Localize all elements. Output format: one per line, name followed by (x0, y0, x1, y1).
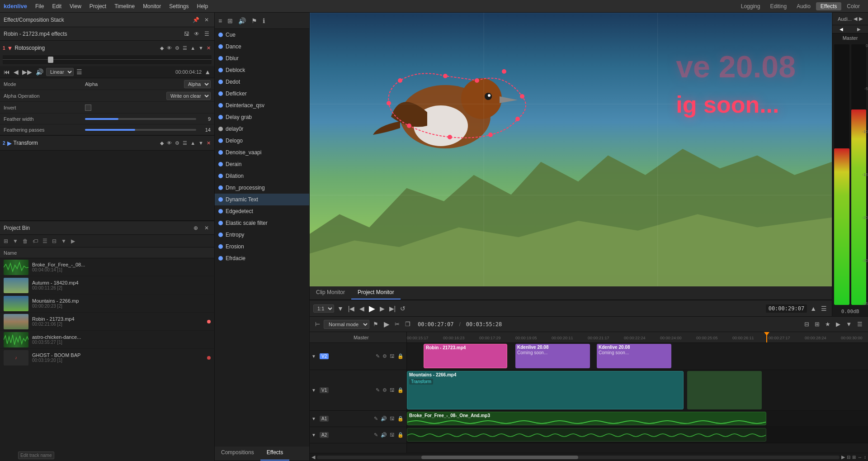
a1-collapse[interactable]: ▼ (311, 416, 318, 421)
expand-rotoscoping[interactable]: ▼ (7, 45, 13, 52)
keyframe-track[interactable] (3, 55, 212, 64)
v1-collapse[interactable]: ▼ (311, 388, 318, 393)
tl-scrollbar[interactable] (317, 456, 840, 459)
effect-item-delay0r[interactable]: delay0r (215, 123, 309, 135)
favorite-btn[interactable]: ⚑ (250, 16, 259, 25)
bin-add-folder[interactable]: ⊞ (2, 237, 10, 245)
a1-lock[interactable]: 🔒 (396, 415, 405, 422)
remove-btn[interactable]: ✕ (206, 45, 212, 51)
transform-settings-btn[interactable]: ⚙ (174, 140, 180, 146)
go-start-btn[interactable]: ⏮ (3, 68, 11, 76)
tl-split-btn[interactable]: ⊢ (313, 320, 322, 328)
a2-lock[interactable]: 🔒 (396, 432, 405, 438)
prev-kf-btn[interactable]: ◀ (13, 68, 19, 76)
tab-compositions[interactable]: Compositions (215, 447, 260, 461)
vc-tc-up[interactable]: ▲ (809, 305, 818, 312)
menu-help[interactable]: Help (193, 2, 212, 10)
clip-kdenlive-2[interactable]: Kdenlive 20.08 Coming soon... (597, 344, 671, 368)
bin-item-0[interactable]: Broke_For_Free_-_08... 00:04:00:14 [1] (0, 258, 214, 276)
transform-menu-btn[interactable]: ☰ (182, 140, 188, 146)
effect-item-deinterlace[interactable]: Deinterlace_qsv (215, 100, 309, 111)
audio-tab-left[interactable]: ◀ (832, 25, 850, 33)
menu-project[interactable]: Project (86, 2, 110, 10)
list-view-btn[interactable]: ≡ (217, 16, 224, 25)
a1-audio-vol[interactable]: 🔊 (380, 415, 388, 422)
tl-play-btn[interactable]: ▶ (382, 319, 391, 329)
zoom-select[interactable]: 1:1 (313, 304, 334, 313)
tl-zoom-end-in[interactable]: ⊞ (852, 455, 856, 460)
pin-btn[interactable]: 📌 (192, 16, 200, 24)
bin-item-1[interactable]: Autumn - 18420.mp4 00:00:11:26 [2] (0, 276, 214, 295)
workspace-logging[interactable]: Logging (736, 2, 765, 10)
a1-save[interactable]: 🖫 (389, 415, 396, 422)
tl-star[interactable]: ★ (823, 320, 832, 328)
transform-down-btn[interactable]: ▼ (198, 140, 204, 146)
vc-go-end[interactable]: ▶| (388, 305, 397, 312)
tl-monitor-btn[interactable]: ▶ (834, 320, 842, 328)
effect-item-elastic[interactable]: Elastic scale filter (215, 217, 309, 229)
effect-item-efrdacie[interactable]: Efrdacie (215, 252, 309, 264)
close-btn[interactable]: ✕ (203, 16, 211, 24)
track-id-v2[interactable]: V2 (320, 353, 329, 359)
bin-pin-btn[interactable]: ⊕ (192, 224, 200, 232)
transform-remove-btn[interactable]: ✕ (206, 140, 212, 146)
effect-item-dblur[interactable]: Dblur (215, 52, 309, 64)
clip-robin[interactable]: Robin - 21723.mp4 (424, 344, 507, 368)
vc-go-start[interactable]: |◀ (347, 305, 356, 312)
clip-mountains[interactable]: Mountains - 2266.mp4 Transform (407, 371, 684, 409)
effect-item-edgedetect[interactable]: Edgedetect (215, 205, 309, 217)
eye-effects-btn[interactable]: 👁 (193, 30, 201, 38)
audio-tab-right[interactable]: ▶ (850, 25, 868, 33)
tl-zoom-end-btns[interactable]: ⊟ (847, 455, 850, 460)
a2-collapse[interactable]: ▼ (311, 432, 318, 437)
effect-item-deflicker[interactable]: Deflicker (215, 88, 309, 100)
bin-sort[interactable]: ⊟ (50, 237, 58, 245)
clip-kdenlive-1[interactable]: Kdenlive 20.08 Coming soon... (515, 344, 590, 368)
menu-btn[interactable]: ☰ (182, 45, 188, 51)
vc-play[interactable]: ▶ (368, 304, 377, 314)
menu-edit[interactable]: Edit (48, 2, 65, 10)
effects-menu-btn[interactable]: ☰ (203, 30, 211, 38)
tl-zoom-shrink[interactable]: ↕ (864, 455, 866, 460)
kf-menu-btn[interactable]: ☰ (75, 68, 83, 76)
v2-save[interactable]: 🖫 (389, 353, 396, 360)
effect-item-dedot[interactable]: Dedot (215, 76, 309, 88)
effect-item-dynamictext[interactable]: Dynamic Text (215, 194, 309, 205)
eye-btn[interactable]: 👁 (166, 45, 173, 51)
invert-checkbox[interactable] (85, 105, 91, 111)
expand-transform[interactable]: ▶ (7, 140, 12, 147)
interpolation-select[interactable]: Linear (46, 68, 74, 76)
tl-zoom-out[interactable]: ⊟ (802, 320, 811, 328)
feathering-slider[interactable] (85, 129, 196, 131)
bin-add-clip[interactable]: ▼ (11, 237, 20, 245)
tl-scroll-left[interactable]: ◀ (311, 454, 315, 460)
bin-delete[interactable]: 🗑 (21, 237, 30, 245)
effect-item-delogo[interactable]: Delogo (215, 135, 309, 147)
effect-item-cue[interactable]: Cue (215, 29, 309, 41)
bin-view-toggle[interactable]: ▶ (69, 237, 77, 245)
menu-timeline[interactable]: Timeline (111, 2, 138, 10)
v2-effects[interactable]: ⚙ (382, 353, 388, 360)
effect-item-erosion[interactable]: Erosion (215, 241, 309, 252)
effect-item-denoise[interactable]: Denoise_vaapi (215, 147, 309, 158)
tl-scroll-thumb[interactable] (421, 456, 578, 459)
a2-audio-vol[interactable]: 🔊 (380, 432, 388, 438)
down-btn[interactable]: ▼ (198, 45, 204, 51)
audio-arrow-right[interactable]: ▶ (859, 16, 863, 22)
workspace-effects[interactable]: Effects (816, 2, 841, 10)
transform-up-btn[interactable]: ▲ (189, 140, 196, 146)
effect-item-dilation[interactable]: Dilation (215, 170, 309, 182)
v2-collapse[interactable]: ▼ (311, 354, 318, 359)
info-btn[interactable]: ℹ (261, 16, 267, 25)
a2-save[interactable]: 🖫 (389, 432, 396, 438)
effect-item-deblock[interactable]: Deblock (215, 64, 309, 76)
tc-spinner[interactable]: ▲ (203, 68, 212, 76)
v1-save[interactable]: 🖫 (389, 387, 396, 394)
mode-dropdown[interactable]: Alpha (184, 80, 211, 88)
tl-zoom-in[interactable]: ⊞ (813, 320, 821, 328)
keyframe-icon[interactable]: ◆ (159, 45, 165, 51)
clip-mountains-2[interactable] (687, 371, 762, 409)
tl-mark-in[interactable]: ⚑ (371, 320, 380, 328)
track-id-v1[interactable]: V1 (320, 387, 329, 393)
workspace-color[interactable]: Color (842, 2, 864, 10)
